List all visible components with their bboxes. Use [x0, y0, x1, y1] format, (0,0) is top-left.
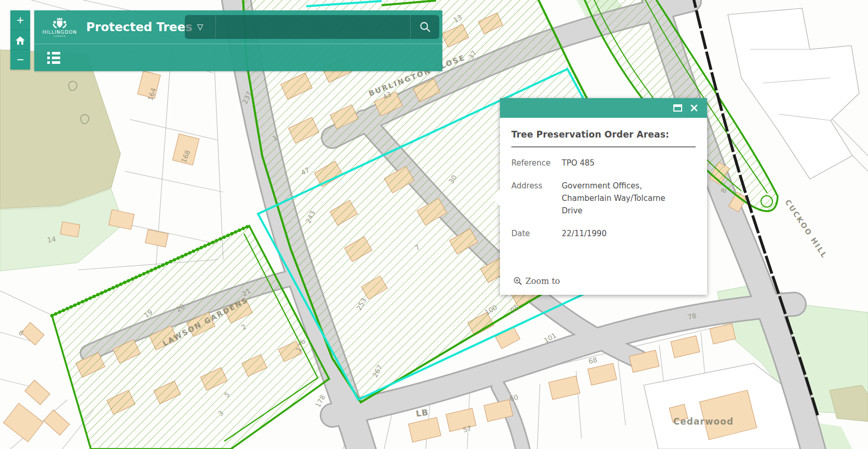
street-label: LB — [415, 407, 429, 418]
app-header: HILLINGDON LONDON Protected Trees ▽ — [34, 10, 442, 71]
search-dropdown-button[interactable]: ▽ — [185, 15, 216, 39]
popup-divider — [511, 146, 696, 147]
street-label: Cedarwood — [673, 416, 734, 427]
crest-icon — [52, 17, 67, 30]
search-bar: ▽ — [185, 15, 439, 39]
popup-fields: ReferenceTPO 485AddressGovernment Office… — [511, 157, 696, 240]
dock-button[interactable] — [673, 104, 682, 112]
popup-body: Tree Preservation Order Areas: Reference… — [500, 118, 707, 295]
field-value: TPO 485 — [562, 157, 686, 169]
header-toolbar-row — [34, 44, 442, 71]
layer-list-button[interactable] — [47, 52, 60, 64]
popup-pointer — [491, 188, 500, 207]
app-title: Protected Trees — [86, 20, 193, 34]
zoom-to-action[interactable]: Zoom to — [510, 276, 563, 287]
logo-text: HILLINGDON — [43, 30, 77, 35]
home-icon — [15, 36, 25, 45]
search-button[interactable] — [410, 15, 439, 39]
header-main-row: HILLINGDON LONDON Protected Trees ▽ — [34, 10, 442, 44]
field-value: Government Offices, Chamberlain Way/Tolc… — [562, 180, 686, 217]
map-app: BURLINGTON CLOSELAWSON GARDENSCUCKOO HIL… — [0, 0, 868, 449]
field-value: 22/11/1990 — [562, 227, 686, 240]
search-input[interactable] — [216, 15, 410, 39]
house-number: 14 — [47, 235, 56, 244]
home-button[interactable] — [10, 30, 30, 50]
field-label: Address — [511, 180, 562, 217]
dock-icon — [673, 104, 682, 112]
feature-popup: Tree Preservation Order Areas: Reference… — [500, 98, 707, 295]
popup-title: Tree Preservation Order Areas: — [511, 129, 696, 140]
zoom-in-button[interactable]: + — [10, 10, 30, 30]
zoom-controls: + − — [10, 10, 30, 70]
zoom-in-icon — [513, 277, 522, 285]
field-label: Date — [511, 227, 562, 240]
logo-subtext: LONDON — [53, 35, 65, 37]
close-icon — [690, 104, 698, 112]
field-label: Reference — [511, 157, 562, 169]
hillingdon-logo: HILLINGDON LONDON — [40, 17, 79, 37]
close-button[interactable] — [690, 104, 698, 112]
popup-header[interactable] — [500, 98, 707, 118]
search-icon — [419, 21, 431, 33]
zoom-out-button[interactable]: − — [10, 50, 30, 70]
zoom-to-label: Zoom to — [525, 276, 560, 286]
